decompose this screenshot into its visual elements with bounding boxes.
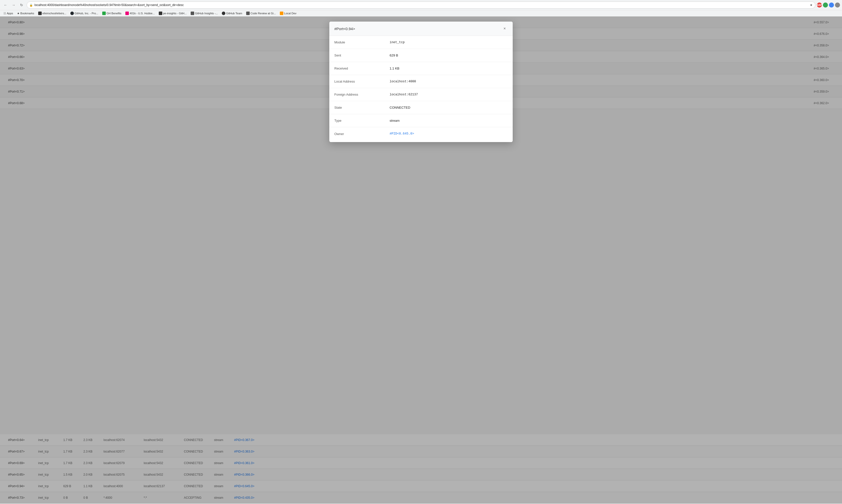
detail-row-local-address: Local Address localhost:4000 bbox=[329, 75, 513, 88]
detail-row-received: Received 1.1 KB bbox=[329, 62, 513, 75]
detail-label-local-address: Local Address bbox=[329, 75, 385, 88]
refresh-button[interactable]: ↻ bbox=[18, 1, 25, 8]
modal-header: #Port<0.94> × bbox=[329, 22, 513, 36]
modal-dialog: #Port<0.94> × Module inet_tcp Sent 629 B… bbox=[329, 22, 513, 142]
bookmark-github-insights[interactable]: GitHub Insights -... bbox=[189, 11, 219, 16]
detail-row-state: State CONNECTED bbox=[329, 101, 513, 114]
bookmark-github-pro[interactable]: GitHub, Inc. - Pro... bbox=[69, 11, 100, 16]
detail-value-module: inet_tcp bbox=[385, 36, 513, 49]
address-bar[interactable]: 🔒 localhost:4000/dashboard/nonode%40noho… bbox=[27, 1, 815, 8]
bookmark-gh-benefits[interactable]: GH Benefits bbox=[101, 11, 123, 16]
401k-icon bbox=[125, 12, 129, 15]
detail-row-sent: Sent 629 B bbox=[329, 49, 513, 62]
modal-title: #Port<0.94> bbox=[334, 26, 355, 31]
detail-value-local-address: localhost:4000 bbox=[385, 75, 513, 88]
detail-value-type: stream bbox=[385, 114, 513, 127]
ext-icon-2[interactable] bbox=[829, 2, 834, 7]
browser-toolbar: ← → ↻ 🔒 localhost:4000/dashboard/nonode%… bbox=[0, 0, 842, 10]
bookmark-bookmarks[interactable]: ★ Bookmarks bbox=[16, 11, 36, 16]
bookmark-code-review[interactable]: Code Review at Gi... bbox=[245, 11, 277, 16]
modal-close-button[interactable]: × bbox=[502, 25, 508, 32]
bookmark-code-review-label: Code Review at Gi... bbox=[250, 12, 276, 15]
detail-value-received: 1.1 KB bbox=[385, 62, 513, 75]
bookmark-github-team[interactable]: GitHub Team bbox=[220, 11, 244, 16]
detail-label-type: Type bbox=[329, 114, 385, 127]
bookmark-pe-insights-label: pe-insights - GitH... bbox=[163, 12, 187, 15]
bookmark-pe-insights[interactable]: pe-insights - GitH... bbox=[157, 11, 188, 16]
forward-button[interactable]: → bbox=[10, 1, 17, 8]
code-review-icon bbox=[246, 12, 250, 15]
bookmark-gh-benefits-label: GH Benefits bbox=[106, 12, 121, 15]
detail-label-foreign-address: Foreign Address bbox=[329, 88, 385, 101]
bookmark-github-pro-label: GitHub, Inc. - Pro... bbox=[75, 12, 98, 15]
bookmark-local-dev[interactable]: Local Dev bbox=[278, 11, 298, 16]
lock-icon: 🔒 bbox=[29, 3, 33, 7]
github-insights-icon bbox=[191, 12, 194, 15]
detail-label-module: Module bbox=[329, 36, 385, 49]
star-icon: ★ bbox=[810, 3, 813, 7]
bookmark-401k-label: 401k - U.S. Hubbe... bbox=[129, 12, 155, 15]
bookmark-elixir[interactable]: elixirschool/elixirs... bbox=[37, 11, 68, 16]
detail-label-received: Received bbox=[329, 62, 385, 75]
ext-icon-1[interactable] bbox=[823, 2, 828, 7]
modal-overlay[interactable]: #Port<0.94> × Module inet_tcp Sent 629 B… bbox=[0, 17, 842, 504]
bookmark-star-icon: ★ bbox=[17, 12, 20, 15]
browser-chrome: ← → ↻ 🔒 localhost:4000/dashboard/nonode%… bbox=[0, 0, 842, 17]
back-button[interactable]: ← bbox=[2, 1, 9, 8]
toolbar-actions: ABP bbox=[817, 2, 840, 7]
bookmark-github-insights-label: GitHub Insights -... bbox=[195, 12, 218, 15]
gh-benefits-icon bbox=[102, 12, 106, 15]
elixir-icon bbox=[38, 12, 42, 15]
bookmark-401k[interactable]: 401k - U.S. Hubbe... bbox=[124, 11, 156, 16]
apps-grid-icon: ☷ bbox=[3, 12, 6, 15]
detail-label-state: State bbox=[329, 101, 385, 114]
bookmark-apps-label: Apps bbox=[7, 12, 13, 15]
local-dev-icon bbox=[280, 12, 283, 15]
nav-buttons: ← → ↻ bbox=[2, 1, 25, 8]
bookmark-elixir-label: elixirschool/elixirs... bbox=[42, 12, 66, 15]
github-icon bbox=[70, 12, 74, 15]
detail-row-type: Type stream bbox=[329, 114, 513, 127]
bookmark-bookmarks-label: Bookmarks bbox=[20, 12, 34, 15]
detail-value-owner[interactable]: #PID<0.645.0> bbox=[385, 127, 513, 140]
github-team-icon bbox=[222, 12, 225, 15]
detail-label-sent: Sent bbox=[329, 49, 385, 62]
detail-row-module: Module inet_tcp bbox=[329, 36, 513, 49]
bookmark-github-team-label: GitHub Team bbox=[226, 12, 242, 15]
page-content: #Port<0.80> #<0.557.0> #Port<0.98> #<0.6… bbox=[0, 17, 842, 504]
bookmark-local-dev-label: Local Dev bbox=[284, 12, 296, 15]
detail-value-sent: 629 B bbox=[385, 49, 513, 62]
detail-label-owner: Owner bbox=[329, 127, 385, 140]
address-text: localhost:4000/dashboard/nonode%40nohost… bbox=[34, 3, 808, 7]
detail-row-foreign-address: Foreign Address localhost:62137 bbox=[329, 88, 513, 101]
modal-body: Module inet_tcp Sent 629 B Received 1.1 … bbox=[329, 36, 513, 140]
adblock-icon[interactable]: ABP bbox=[817, 2, 822, 7]
detail-row-owner: Owner #PID<0.645.0> bbox=[329, 127, 513, 140]
detail-value-foreign-address: localhost:62137 bbox=[385, 88, 513, 101]
bookmarks-bar: ☷ Apps ★ Bookmarks elixirschool/elixirs.… bbox=[0, 10, 842, 16]
ext-icon-3[interactable] bbox=[835, 2, 840, 7]
bookmark-apps[interactable]: ☷ Apps bbox=[2, 11, 15, 16]
pe-insights-icon bbox=[159, 12, 162, 15]
detail-value-state: CONNECTED bbox=[385, 101, 513, 114]
